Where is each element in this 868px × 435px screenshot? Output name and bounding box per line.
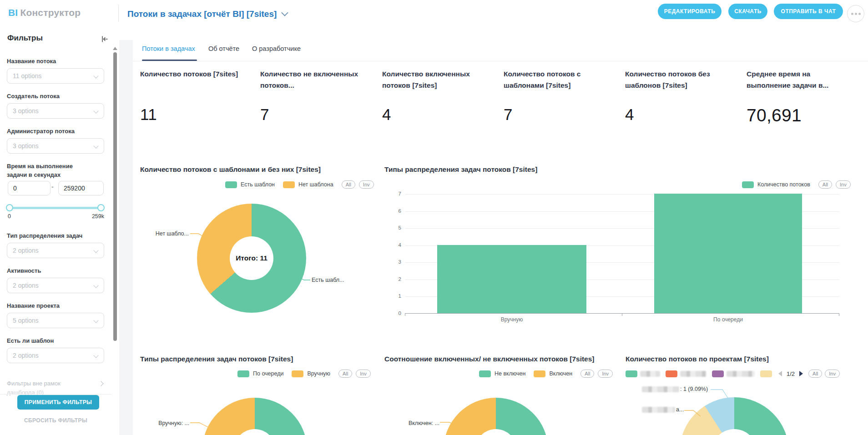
legend-all-button[interactable]: All [580, 370, 594, 378]
kpi-value: 4 [625, 105, 634, 124]
legend-swatch[interactable] [292, 370, 303, 377]
outer-filters-link[interactable]: Фильтры вне рамок [7, 380, 61, 387]
legend-label[interactable]: Включен [549, 370, 572, 377]
collapse-sidebar-icon[interactable] [101, 35, 109, 43]
filters-panel-title: Фильтры [7, 34, 43, 43]
report-title: Потоки в задачах [отчёт BI] [7sites] [127, 9, 277, 19]
filter-label: Название проекта [7, 302, 60, 309]
tab-about-report[interactable]: Об отчёте [208, 45, 239, 52]
kpi-title: Количество потоков с шаблонами [7sites] [504, 68, 611, 91]
kpi-value: 11 [140, 105, 157, 124]
donut-callout: Есть шабл... [312, 277, 344, 283]
filter-select-has-template[interactable]: 2 options [7, 348, 104, 363]
apply-filters-button[interactable]: ПРИМЕНИТЬ ФИЛЬТРЫ [17, 395, 99, 410]
filter-select-activity[interactable]: 2 options [7, 278, 104, 293]
slider-handle-min[interactable] [6, 204, 13, 211]
y-axis-tick-label: 1 [390, 293, 401, 299]
chevron-down-icon [281, 9, 288, 16]
edit-button[interactable]: РЕДАКТИРОВАТЬ [658, 4, 722, 19]
legend-swatch[interactable] [760, 370, 772, 377]
legend-label[interactable]: По очереди [253, 370, 283, 377]
redacted-legend-label[interactable] [727, 371, 755, 377]
legend-all-button[interactable]: All [342, 180, 355, 189]
legend-distribution-bar: Количество потоков All Inv [742, 180, 851, 189]
report-title-dropdown[interactable]: Потоки в задачах [отчёт BI] [7sites] [127, 9, 287, 19]
filter-select-flow-creator[interactable]: 3 options [7, 103, 104, 119]
legend-all-button[interactable]: All [808, 370, 822, 378]
legend-swatch[interactable] [666, 370, 677, 377]
bar-chart-plot[interactable]: 01234567ВручнуюПо очереди [405, 194, 839, 314]
sidebar-scroll-up-arrow[interactable] [113, 47, 117, 50]
filter-select-distribution-type[interactable]: 2 options [7, 243, 104, 258]
time-to-input[interactable]: 259200 [58, 181, 104, 195]
donut-callout: : 1 (9.09%) [642, 386, 708, 392]
filter-label: Администратор потока [7, 128, 75, 135]
tabs-divider [133, 61, 868, 61]
more-options-button[interactable] [847, 5, 864, 22]
kpi-title: Среднее время на выполнение задачи в... [747, 68, 853, 91]
slider-max-label: 259k [84, 213, 104, 220]
legend-inv-button[interactable]: Inv [356, 370, 371, 378]
legend-all-button[interactable]: All [338, 370, 352, 378]
kpi-card: Количество потоков с шаблонами [7sites] … [504, 68, 611, 91]
legend-swatch[interactable] [534, 370, 545, 377]
reset-filters-button[interactable]: СБРОСИТЬ ФИЛЬТРЫ [0, 417, 111, 424]
tab-about-developer[interactable]: О разработчике [252, 45, 301, 52]
legend-swatch[interactable] [712, 370, 724, 377]
header-divider [118, 5, 119, 22]
legend-swatch[interactable] [237, 370, 249, 377]
x-axis-category-label: По очереди [654, 316, 802, 323]
time-from-input[interactable]: 0 [8, 181, 50, 195]
legend-inv-button[interactable]: Inv [825, 370, 840, 378]
legend-label[interactable]: Нет шаблона [298, 181, 333, 188]
filter-select-flow-admin[interactable]: 3 options [7, 138, 104, 154]
x-axis-tick [839, 313, 839, 316]
legend-enabled-donut: Не включен Включен All Inv [479, 369, 613, 378]
legend-label[interactable]: Есть шаблон [241, 181, 275, 188]
legend-swatch[interactable] [626, 370, 637, 377]
logo-bi: BI [8, 7, 18, 18]
legend-prev-page-arrow[interactable] [778, 371, 782, 376]
filter-label: Есть ли шаблон [7, 337, 54, 344]
legend-inv-button[interactable]: Inv [359, 180, 374, 189]
kpi-card: Количество потоков без шаблонов [7sites]… [625, 68, 732, 91]
filter-select-flow-name[interactable]: 11 options [7, 68, 104, 84]
download-button[interactable]: СКАЧАТЬ [728, 4, 767, 19]
donut-callout: а... [642, 406, 684, 413]
legend-inv-button[interactable]: Inv [598, 370, 613, 378]
filter-select-project-name[interactable]: 5 options [7, 313, 104, 328]
bar-По очереди[interactable] [654, 194, 802, 313]
redacted-legend-label[interactable] [680, 371, 707, 377]
legend-swatch[interactable] [742, 181, 754, 188]
active-tab-underline [142, 60, 197, 61]
legend-label[interactable]: Вручную [307, 370, 330, 377]
legend-label[interactable]: Не включен [495, 370, 525, 377]
legend-projects-donut: 1/2 All Inv [626, 369, 840, 378]
sidebar-scrollbar[interactable] [113, 52, 117, 341]
slider-handle-max[interactable] [97, 204, 105, 211]
send-to-chat-button[interactable]: ОТПРАВИТЬ В ЧАТ [774, 4, 843, 19]
legend-swatch[interactable] [479, 370, 491, 377]
legend-label[interactable]: Количество потоков [757, 181, 810, 188]
chevron-down-icon [93, 248, 98, 253]
chevron-right-icon[interactable] [98, 381, 103, 386]
kpi-card: Количество не включенных потоков... 7 [260, 68, 367, 91]
bar-Вручную[interactable] [437, 245, 586, 313]
chevron-down-icon [93, 283, 98, 288]
legend-all-button[interactable]: All [818, 180, 832, 189]
y-axis-tick-label: 6 [390, 208, 401, 214]
legend-next-page-arrow[interactable] [799, 371, 803, 376]
legend-swatch[interactable] [225, 181, 237, 188]
kpi-title: Количество включенных потоков [7sites] [382, 68, 489, 91]
time-range-slider[interactable] [8, 207, 101, 209]
projects-donut-chart[interactable] [680, 397, 789, 435]
x-axis-category-label: Вручную [437, 316, 586, 323]
templates-donut-chart[interactable]: Итого: 11 [197, 204, 306, 313]
distribution-donut-chart[interactable] [202, 398, 307, 435]
redacted-legend-label[interactable] [640, 371, 660, 377]
enabled-donut-chart[interactable] [444, 398, 548, 435]
legend-inv-button[interactable]: Inv [836, 180, 851, 189]
legend-swatch[interactable] [283, 181, 295, 188]
tab-flows-in-tasks[interactable]: Потоки в задачах [142, 45, 195, 52]
kpi-title: Количество не включенных потоков... [260, 68, 367, 91]
